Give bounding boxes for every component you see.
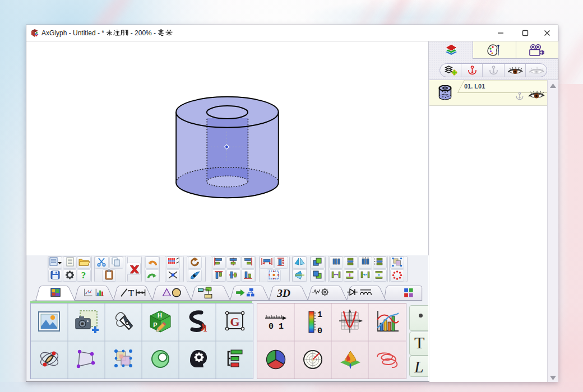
svg-text:?: ?	[81, 270, 86, 281]
svg-text:P: P	[153, 321, 157, 328]
svg-text:0 1: 0 1	[269, 322, 284, 332]
svg-text:G: G	[230, 315, 239, 329]
svg-text:1: 1	[203, 324, 207, 333]
svg-text:3D: 3D	[276, 287, 290, 299]
svg-text:0: 0	[317, 326, 322, 336]
svg-text:H: H	[158, 312, 162, 319]
svg-text:T: T	[128, 287, 135, 298]
svg-text:1: 1	[317, 310, 322, 320]
